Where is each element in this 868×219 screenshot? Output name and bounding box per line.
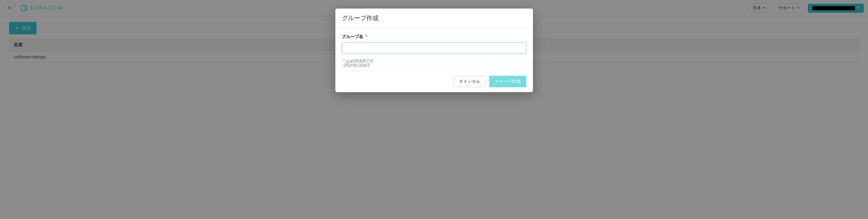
row-id-suffix: 2f1e9c16a61 (344, 62, 370, 67)
cancel-button[interactable]: キャンセル (454, 76, 486, 87)
create-group-modal: グループ作成 グループ名 * * は必須項目です キャンセル グループ作成 (335, 8, 533, 92)
modal-footer: キャンセル グループ作成 (335, 70, 533, 92)
field-label-text: グループ名 (342, 34, 363, 39)
group-name-label: グループ名 * (342, 34, 526, 39)
create-group-button[interactable]: グループ作成 (489, 76, 526, 87)
required-mark: * (366, 34, 367, 39)
modal-title: グループ作成 (335, 8, 533, 28)
modal-overlay: グループ作成 グループ名 * * は必須項目です キャンセル グループ作成 (0, 0, 868, 219)
group-name-input[interactable] (342, 42, 526, 54)
